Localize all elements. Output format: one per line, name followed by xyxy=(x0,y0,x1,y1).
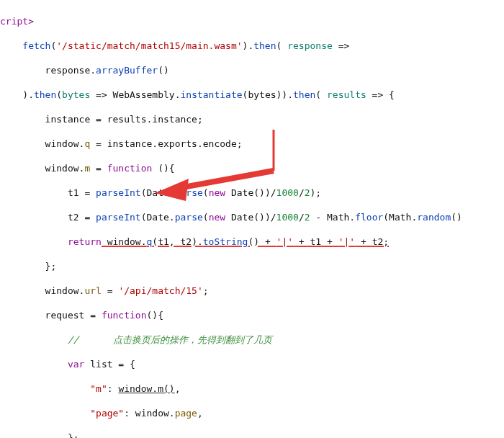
script-tag: cript> xyxy=(0,16,34,27)
code-block: cript> fetch('/static/match/match15/main… xyxy=(0,0,504,438)
fetch-call: fetch xyxy=(22,40,50,51)
comment-chinese: 点击换页后的操作，先得到翻到了几页 xyxy=(79,334,272,345)
